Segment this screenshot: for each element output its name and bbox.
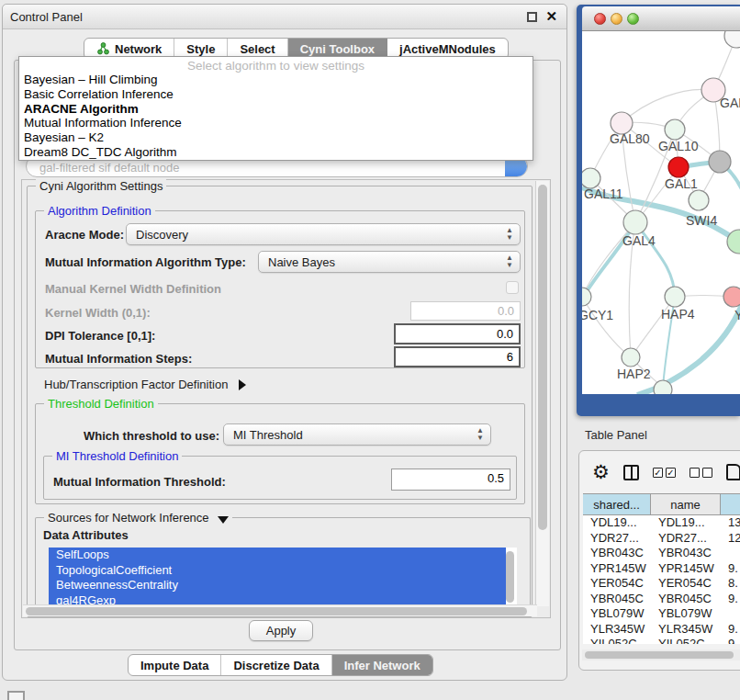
network-node-GAL1[interactable]: [668, 157, 689, 177]
mi-algorithm-type-combobox[interactable]: Naive Bayes ▲▼: [258, 251, 521, 273]
hub-tf-definition-toggle[interactable]: Hub/Transcription Factor Definition: [44, 378, 246, 391]
list-scrollbar[interactable]: [506, 551, 514, 603]
manual-kernel-width-label: Manual Kernel Width Definition: [45, 282, 221, 296]
expanded-arrow-icon[interactable]: [218, 516, 229, 524]
network-window-titlebar[interactable]: [582, 6, 740, 31]
kernel-width-field[interactable]: 0.0: [410, 301, 521, 321]
network-node-node-salmon[interactable]: [723, 287, 740, 307]
table-cell: YDL19...: [583, 515, 651, 531]
kernel-width-label: Kernel Width (0,1):: [45, 306, 151, 320]
network-canvas[interactable]: GALGAL80GAL10GAL1GAL11SWI4GAL4GCY1HAP4YH…: [582, 31, 740, 394]
table-cell: YPR145W: [583, 561, 651, 577]
scrollbar-thumb[interactable]: [585, 651, 734, 659]
network-node-SWI4[interactable]: [689, 190, 709, 210]
apply-button[interactable]: Apply: [249, 620, 313, 641]
minimize-traffic-light[interactable]: [611, 13, 622, 25]
network-node-GAL11[interactable]: [582, 168, 600, 188]
settings-vertical-scrollbar[interactable]: [535, 181, 549, 606]
table-cell: 8.: [721, 576, 740, 592]
checked-checkbox-icon: ✓: [666, 468, 676, 478]
table-cell: [721, 606, 740, 622]
table-cell: YIL052C: [583, 637, 651, 644]
zoom-traffic-light[interactable]: [627, 13, 639, 25]
unselect-all-columns-button[interactable]: [690, 468, 712, 478]
panel-title: Control Panel: [10, 10, 83, 24]
mi-threshold-field[interactable]: 0.5: [391, 469, 510, 491]
which-threshold-label: Which threshold to use:: [84, 429, 219, 443]
tab-label: Discretize Data: [233, 659, 319, 672]
node-label-GCY1: GCY1: [582, 308, 613, 322]
float-window-icon[interactable]: [527, 12, 537, 22]
table-cell: YPR145W: [651, 561, 721, 577]
network-node-GAL10[interactable]: [665, 119, 685, 140]
algorithm-option[interactable]: Mutual Information Inference: [19, 116, 533, 130]
aracne-mode-value: Discovery: [136, 228, 188, 242]
scrollbar-thumb[interactable]: [26, 607, 527, 615]
scrollbar-thumb[interactable]: [538, 185, 547, 530]
column-header[interactable]: [721, 494, 740, 514]
table-row[interactable]: YBL079WYBL079W: [583, 606, 740, 622]
table-cell: YDL19...: [651, 515, 721, 531]
data-attributes-list: SelfLoopsTopologicalCoefficientBetweenne…: [49, 548, 517, 612]
data-attribute-item[interactable]: BetweennessCentrality: [49, 578, 506, 593]
mi-steps-field[interactable]: 6: [394, 346, 521, 367]
application-root: Control Panel ✕ NetworkStyleSelectCyni T…: [0, 0, 740, 700]
minimized-panel-icon[interactable]: [7, 691, 25, 700]
table-row[interactable]: YBR043CYBR043C: [583, 546, 740, 561]
algorithm-option[interactable]: Bayesian – K2: [19, 130, 533, 145]
table-row[interactable]: YLR345WYLR345W9.: [583, 622, 740, 638]
node-label-Y: Y: [734, 308, 740, 322]
node-label-GAL11: GAL11: [584, 186, 623, 201]
dpi-tolerance-field[interactable]: 0.0: [394, 323, 521, 344]
table-cell: YDR27...: [651, 531, 721, 547]
gear-icon[interactable]: ⚙: [592, 463, 610, 481]
table-row[interactable]: YER054CYER054C8.: [583, 576, 740, 592]
network-node-HAP2[interactable]: [622, 348, 640, 367]
data-attribute-item[interactable]: TopologicalCoefficient: [49, 563, 506, 579]
node-label-GAL4: GAL4: [622, 233, 656, 248]
network-node-node-bottom-partial[interactable]: [654, 380, 672, 394]
column-layout-icon[interactable]: [623, 465, 639, 480]
tab-label: Impute Data: [140, 659, 208, 672]
node-label-HAP4: HAP4: [661, 307, 695, 322]
which-threshold-combobox[interactable]: MI Threshold ▲▼: [223, 423, 491, 446]
settings-horizontal-scrollbar[interactable]: [23, 604, 537, 616]
algorithm-option[interactable]: Bayesian – Hill Climbing: [19, 73, 533, 87]
network-node-GCY1[interactable]: [582, 288, 591, 306]
data-attributes-label: Data Attributes: [43, 528, 129, 542]
document-icon[interactable]: [726, 464, 740, 480]
table-cell: YIL052C: [651, 637, 721, 644]
algorithm-option[interactable]: ARACNE Algorithm: [19, 102, 533, 117]
table-row[interactable]: YDR27...YDR27...12: [583, 531, 740, 547]
table-cell: 9.: [721, 622, 740, 638]
network-node-node-top-partial[interactable]: [724, 31, 740, 48]
algorithm-option[interactable]: Basic Correlation Inference: [19, 87, 533, 102]
column-header[interactable]: shared...: [583, 494, 651, 514]
close-icon[interactable]: ✕: [545, 8, 557, 25]
network-node-GAL4[interactable]: [623, 210, 647, 234]
table-horizontal-scrollbar[interactable]: [582, 649, 740, 660]
tab-impute-data[interactable]: Impute Data: [129, 655, 221, 675]
network-node-node-gray[interactable]: [709, 151, 731, 173]
combo-arrows-icon: ▲▼: [477, 427, 484, 442]
column-header[interactable]: name: [651, 494, 721, 514]
algorithm-option[interactable]: Dream8 DC_TDC Algorithm: [19, 145, 533, 160]
table-row[interactable]: YDL19...YDL19...13: [583, 515, 740, 531]
tab-discretize-data[interactable]: Discretize Data: [221, 655, 331, 675]
table-cell: YDR27...: [583, 531, 651, 547]
close-traffic-light[interactable]: [594, 13, 606, 25]
combo-arrows-icon: ▲▼: [506, 227, 513, 242]
table-cell: YBR045C: [651, 592, 721, 607]
network-node-HAP4[interactable]: [665, 287, 685, 307]
hub-tf-definition-label: Hub/Transcription Factor Definition: [44, 378, 228, 391]
data-attribute-item[interactable]: SelfLoops: [49, 548, 506, 563]
table-row[interactable]: YIL052CYIL052C9: [583, 637, 740, 644]
table-cell: YER054C: [651, 576, 721, 592]
tab-infer-network[interactable]: Infer Network: [332, 655, 432, 675]
table-row[interactable]: YBR045CYBR045C9.: [583, 592, 740, 607]
node-label-SWI4: SWI4: [686, 213, 717, 228]
aracne-mode-combobox[interactable]: Discovery ▲▼: [126, 223, 521, 245]
table-row[interactable]: YPR145WYPR145W9.: [583, 561, 740, 577]
select-all-columns-button[interactable]: ✓ ✓: [653, 468, 676, 478]
manual-kernel-width-checkbox[interactable]: [506, 281, 519, 294]
